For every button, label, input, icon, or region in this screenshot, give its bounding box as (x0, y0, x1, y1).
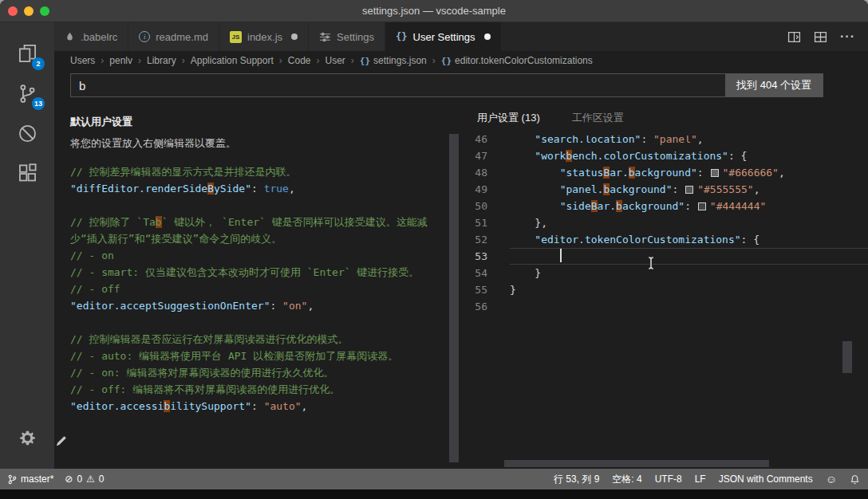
code-line[interactable]: 49"panel.background": "#555555", (460, 181, 868, 198)
git-branch-status[interactable]: master* (8, 473, 53, 485)
code-line[interactable]: 53 (460, 248, 868, 265)
gear-icon (18, 428, 37, 448)
line-number: 56 (460, 298, 510, 315)
code-token: "editor.accessi (70, 400, 164, 412)
edit-pencil-icon[interactable] (55, 435, 67, 450)
breadcrumb-item[interactable]: User (325, 55, 345, 66)
code-token: : (641, 136, 653, 145)
indentation-status[interactable]: 空格: 4 (612, 473, 641, 486)
code-line[interactable]: 51}, (460, 214, 868, 231)
eol-status[interactable]: LF (695, 473, 706, 485)
dirty-dot[interactable] (484, 33, 491, 40)
code-line[interactable]: // - smart: 仅当建议包含文本改动时才可使用 `Enter` 键进行接… (70, 264, 434, 281)
color-swatch[interactable] (685, 186, 693, 194)
encoding-status[interactable]: UTF-8 (655, 473, 682, 485)
code-line[interactable]: // - on (70, 247, 434, 264)
sidebar-item-debug[interactable] (8, 115, 46, 151)
search-input[interactable] (71, 74, 725, 96)
warning-count: 0 (99, 473, 105, 485)
code-line[interactable]: // 控制差异编辑器的显示方式是并排还是内联。 (70, 163, 434, 180)
code-line[interactable]: 54} (460, 265, 868, 281)
code-line[interactable]: // - auto: 编辑器将使用平台 API 以检测是否附加了屏幕阅读器。 (70, 348, 434, 364)
minimize-button[interactable] (24, 6, 34, 16)
code-line[interactable]: 55} (460, 281, 868, 298)
code-token: } (535, 267, 541, 279)
code-line[interactable]: // - on: 编辑器将对屏幕阅读器的使用进行永久优化。 (70, 364, 434, 381)
code-line[interactable]: // - off (70, 281, 434, 297)
language-mode-status[interactable]: JSON with Comments (719, 473, 813, 485)
tab-settings[interactable]: Settings (309, 22, 385, 51)
code-token: "#666666" (723, 167, 779, 179)
code-line[interactable]: 56 (460, 298, 868, 315)
sidebar-item-source-control[interactable]: 13 (8, 75, 46, 112)
breadcrumb-item[interactable]: {}settings.json (360, 55, 427, 66)
tab-user-settings-scope[interactable]: 用户设置 (13) (477, 111, 540, 125)
code-token: , (302, 400, 308, 412)
color-swatch[interactable] (698, 202, 706, 210)
code-line[interactable]: "editor.acceptSuggestionOnEnter": "on", (70, 297, 434, 314)
code-token: ilitySupport" (170, 400, 251, 412)
code-line[interactable]: 48"statusBar.background": "#666666", (460, 164, 868, 181)
editor-horizontal-scrollbar[interactable] (504, 460, 769, 467)
code-token: "editor.tokenColorCustomizations" (535, 234, 740, 246)
left-editor-scrollbar[interactable] (448, 100, 460, 469)
breadcrumb-item[interactable]: Code (288, 55, 311, 66)
manage-button[interactable] (8, 419, 46, 456)
dirty-dot[interactable] (291, 33, 298, 40)
code-line[interactable] (70, 197, 434, 214)
breadcrumb-item[interactable]: Library (147, 55, 176, 66)
info-icon: i (139, 31, 150, 42)
debug-icon (17, 123, 38, 144)
code-line[interactable]: // 控制除了 `Tab` 键以外， `Enter` 键是否同样可以接受建议。这… (70, 214, 434, 247)
user-settings-code: 46"search.location": "panel",47"workbenc… (460, 136, 868, 315)
sidebar-item-extensions[interactable] (8, 155, 46, 191)
line-number: 54 (460, 265, 510, 281)
feedback-smiley-icon[interactable]: ☺ (826, 473, 837, 485)
editor-vertical-scrollbar[interactable] (842, 341, 852, 373)
code-token: "panel" (653, 136, 697, 145)
code-line[interactable]: // - off: 编辑器将不再对屏幕阅读器的使用进行优化。 (70, 381, 434, 398)
tab-indexjs[interactable]: JS index.js (219, 22, 309, 51)
code-line[interactable]: 46"search.location": "panel", (460, 136, 868, 147)
code-line[interactable]: 52"editor.tokenColorCustomizations": { (460, 231, 868, 248)
braces-icon: {} (396, 31, 407, 42)
tab-label: Settings (337, 31, 374, 43)
color-swatch[interactable] (711, 169, 719, 177)
sidebar-item-explorer[interactable]: 2 (8, 35, 46, 72)
code-line[interactable]: 50"sideBar.background": "#444444" (460, 198, 868, 214)
code-line[interactable]: "diffEditor.renderSideBySide": true, (70, 180, 434, 197)
default-settings-code[interactable]: // 控制差异编辑器的显示方式是并排还是内联。"diffEditor.rende… (70, 163, 434, 415)
branch-label: master* (21, 473, 53, 485)
chevron-right-icon: › (279, 55, 282, 66)
explorer-badge: 2 (32, 57, 45, 70)
split-editor-icon[interactable] (787, 30, 801, 44)
line-number: 46 (460, 136, 510, 147)
code-line[interactable]: "editor.accessibilitySupport": "auto", (70, 398, 434, 415)
scrollbar-thumb[interactable] (449, 134, 459, 462)
problems-status[interactable]: ⊘ 0 ⚠ 0 (65, 473, 104, 485)
tab-workspace-settings-scope[interactable]: 工作区设置 (572, 111, 624, 125)
code-token: , (779, 167, 785, 179)
tab-user-settings[interactable]: {} User Settings (385, 22, 502, 51)
code-token: true (264, 183, 289, 194)
code-line[interactable]: // 控制编辑器是否应运行在对屏幕阅读器进行优化的模式。 (70, 331, 434, 348)
code-line[interactable] (70, 314, 434, 331)
breadcrumb-item[interactable]: Users (70, 55, 95, 66)
cursor-position-status[interactable]: 行 53, 列 9 (554, 473, 599, 486)
grid-layout-icon[interactable] (814, 30, 827, 44)
more-actions-icon[interactable]: ··· (840, 29, 855, 44)
zoom-button[interactable] (40, 6, 49, 16)
scm-badge: 13 (32, 97, 45, 110)
line-number: 52 (460, 231, 510, 248)
user-settings-editor[interactable]: 46"search.location": "panel",47"workbenc… (460, 136, 868, 469)
code-token: "search.location" (535, 136, 641, 145)
breadcrumb-item[interactable]: Application Support (191, 55, 274, 66)
breadcrumb-item[interactable]: {}editor.tokenColorCustomizations (441, 55, 593, 66)
code-token: // - auto: 编辑器将使用平台 API 以检测是否附加了屏幕阅读器。 (70, 350, 398, 362)
tab-readme[interactable]: i readme.md (128, 22, 219, 51)
notifications-bell[interactable] (850, 474, 860, 485)
tab-babelrc[interactable]: .babelrc (54, 22, 128, 51)
code-line[interactable]: 47"workbench.colorCustomizations": { (460, 147, 868, 164)
breadcrumb-item[interactable]: penlv (109, 55, 132, 66)
close-button[interactable] (8, 6, 18, 16)
